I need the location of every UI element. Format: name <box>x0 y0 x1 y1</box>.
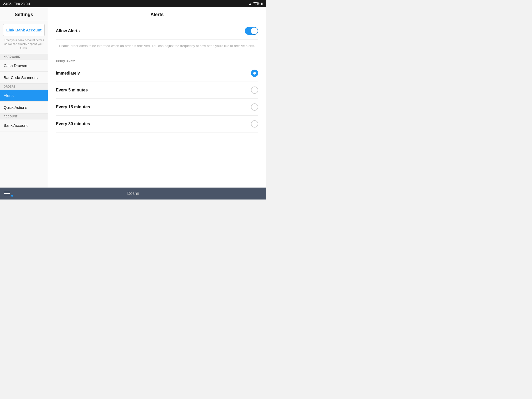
wifi-icon: ▲ <box>249 2 252 5</box>
sidebar-item-cash-drawers[interactable]: Cash Drawers <box>0 60 48 72</box>
allow-alerts-label: Allow Alerts <box>56 29 80 33</box>
allow-alerts-toggle[interactable] <box>245 27 258 35</box>
frequency-30min-radio[interactable] <box>251 120 258 128</box>
allow-alerts-row: Allow Alerts <box>56 22 258 40</box>
content-area: Settings Link Bank Account Enter your ba… <box>0 7 266 188</box>
date: Thu 23 Jul <box>14 2 30 6</box>
section-label-account: ACCOUNT <box>0 114 48 119</box>
hamburger-line-3 <box>4 195 10 195</box>
status-right: ▲ 77% ▮ <box>249 2 263 5</box>
frequency-5min-row[interactable]: Every 5 minutes <box>56 82 258 99</box>
frequency-15min-radio[interactable] <box>251 103 258 111</box>
section-label-hardware: HARDWARE <box>0 54 48 60</box>
sidebar-item-alerts[interactable]: Alerts <box>0 90 48 102</box>
alerts-description: Enable order alerts to be informed when … <box>56 40 258 54</box>
frequency-immediately-row[interactable]: Immediately <box>56 65 258 82</box>
sidebar-item-quick-actions[interactable]: Quick Actions <box>0 102 48 114</box>
link-bank-button[interactable]: Link Bank Account <box>3 24 45 36</box>
frequency-5min-label: Every 5 minutes <box>56 88 88 92</box>
frequency-15min-row[interactable]: Every 15 minutes <box>56 99 258 116</box>
hamburger-menu[interactable] <box>4 192 10 195</box>
main-title: Alerts <box>48 7 266 22</box>
bank-description: Enter your bank account details so we ca… <box>0 38 48 54</box>
frequency-5min-radio[interactable] <box>251 87 258 94</box>
hamburger-dot <box>11 195 13 197</box>
hamburger-line-1 <box>4 192 10 192</box>
sidebar-title: Settings <box>0 7 48 20</box>
frequency-immediately-label: Immediately <box>56 71 80 76</box>
hamburger-line-2 <box>4 193 10 194</box>
frequency-immediately-radio[interactable] <box>251 70 258 77</box>
app-container: Settings Link Bank Account Enter your ba… <box>0 7 266 200</box>
status-left: 23:36 Thu 23 Jul <box>3 2 30 6</box>
frequency-15min-label: Every 15 minutes <box>56 105 90 109</box>
content-body: Allow Alerts Enable order alerts to be i… <box>48 22 266 188</box>
app-title: Doshii <box>127 191 139 196</box>
battery-icon: ▮ <box>261 2 263 5</box>
section-label-orders: ORDERS <box>0 84 48 90</box>
frequency-30min-label: Every 30 minutes <box>56 122 90 126</box>
time: 23:36 <box>3 2 12 6</box>
sidebar-item-barcode-scanners[interactable]: Bar Code Scanners <box>0 72 48 84</box>
sidebar-item-bank-account[interactable]: Bank Account <box>0 119 48 131</box>
frequency-30min-row[interactable]: Every 30 minutes <box>56 116 258 132</box>
battery-percent: 77% <box>253 2 260 5</box>
main-content: Alerts Allow Alerts Enable order alerts … <box>48 7 266 188</box>
frequency-label: FREQUENCY <box>56 54 258 65</box>
sidebar: Settings Link Bank Account Enter your ba… <box>0 7 48 188</box>
bottom-bar: Doshii <box>0 188 266 200</box>
status-bar: 23:36 Thu 23 Jul ▲ 77% ▮ <box>0 0 266 7</box>
